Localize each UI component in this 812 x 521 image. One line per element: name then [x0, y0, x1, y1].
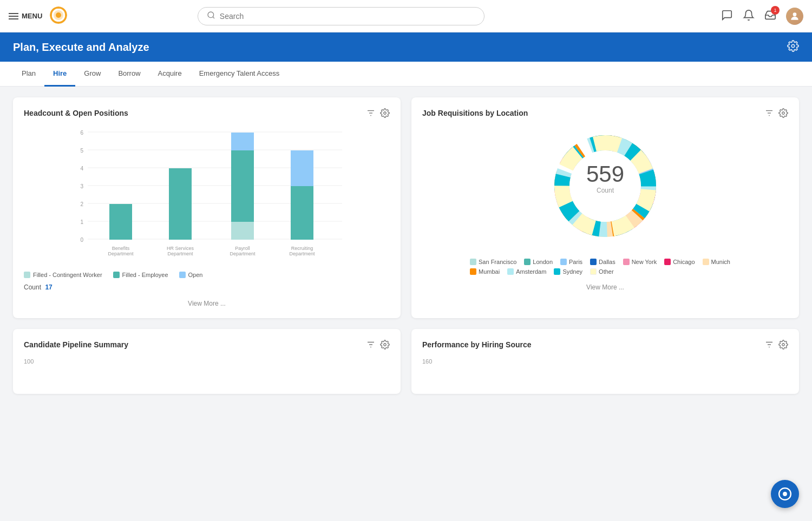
search-icon: [207, 11, 215, 22]
svg-point-4: [793, 12, 797, 16]
filter-icon-3: [366, 340, 376, 349]
tab-emergency[interactable]: Emergency Talent Access: [191, 62, 289, 87]
svg-point-64: [782, 344, 785, 346]
svg-text:0: 0: [80, 237, 83, 243]
donut-title: Job Requisitions by Location: [422, 109, 528, 117]
svg-text:Department: Department: [289, 251, 315, 256]
donut-card-actions[interactable]: [764, 108, 788, 118]
svg-text:Count: Count: [597, 187, 614, 194]
legend-newyork: New York: [623, 259, 657, 265]
svg-rect-35: [291, 186, 313, 240]
messages-icon[interactable]: [721, 9, 733, 23]
legend-chicago: Chicago: [664, 259, 695, 265]
donut-view-more[interactable]: View More ...: [422, 283, 788, 291]
open-color: [179, 272, 186, 278]
candidate-pipeline-card: Candidate Pipeline Summary 100: [13, 329, 401, 394]
legend-other: Other: [590, 268, 614, 275]
legend-contingent: Filled - Contingent Worker: [24, 272, 102, 278]
svg-line-3: [213, 17, 214, 18]
svg-rect-24: [109, 204, 132, 240]
headcount-view-more[interactable]: View More ...: [24, 300, 390, 307]
performance-hiring-header: Performance by Hiring Source: [422, 340, 788, 349]
svg-text:Benefits: Benefits: [112, 246, 130, 251]
employee-color: [113, 272, 120, 278]
svg-text:4: 4: [80, 166, 83, 172]
user-avatar[interactable]: [786, 8, 803, 25]
donut-svg-wrap: 559 Count: [546, 127, 665, 246]
notifications-icon[interactable]: [743, 9, 755, 23]
legend-amsterdam: Amsterdam: [507, 268, 546, 275]
chat-fab[interactable]: [771, 480, 799, 508]
legend-sf: San Francisco: [470, 259, 516, 265]
headcount-card: Headcount & Open Positions: [13, 97, 401, 318]
headcount-card-header: Headcount & Open Positions: [24, 108, 390, 118]
legend-employee: Filled - Employee: [113, 272, 168, 278]
svg-text:6: 6: [80, 130, 83, 136]
svg-point-5: [791, 44, 795, 48]
svg-text:5: 5: [80, 148, 83, 154]
gear-icon-2: [778, 108, 788, 118]
svg-rect-36: [291, 150, 313, 186]
candidate-pipeline-actions[interactable]: [366, 340, 390, 349]
svg-text:1: 1: [80, 219, 83, 225]
svg-point-9: [384, 112, 387, 115]
settings-button[interactable]: [787, 40, 799, 54]
svg-text:HR Services: HR Services: [167, 246, 194, 251]
search-input[interactable]: [220, 12, 475, 21]
candidate-pipeline-header: Candidate Pipeline Summary: [24, 340, 390, 349]
tab-borrow[interactable]: Borrow: [109, 62, 149, 87]
charts-grid: Headcount & Open Positions: [13, 97, 799, 318]
svg-rect-32: [231, 133, 254, 150]
tab-hire[interactable]: Hire: [44, 62, 75, 87]
gear-icon-3: [380, 340, 390, 349]
svg-text:Recruiting: Recruiting: [291, 246, 313, 251]
contingent-color: [24, 272, 30, 278]
svg-rect-27: [169, 168, 192, 240]
gear-icon-4: [778, 340, 788, 349]
filter-icon: [366, 108, 376, 118]
donut-wrap: 559 Count San Francisco London: [422, 127, 788, 291]
performance-hiring-title: Performance by Hiring Source: [422, 340, 532, 349]
bar-chart-wrap: 0 1 2 3 4 5 6 Benefits Department HR Ser…: [24, 127, 390, 264]
svg-point-2: [208, 12, 214, 18]
page-title: Plan, Execute and Analyze: [13, 41, 149, 54]
menu-label: MENU: [22, 12, 42, 20]
tab-plan[interactable]: Plan: [13, 62, 44, 87]
count-row: Count 17: [24, 283, 390, 291]
search-bar[interactable]: [198, 7, 484, 25]
workday-logo[interactable]: [49, 5, 68, 27]
workday-fab-icon: [777, 486, 793, 502]
inbox-icon[interactable]: 1: [764, 9, 776, 23]
donut-card-header: Job Requisitions by Location: [422, 108, 788, 118]
svg-text:Department: Department: [230, 251, 256, 256]
candidate-y-label: 100: [24, 358, 390, 365]
count-value: 17: [45, 283, 52, 291]
tab-grow[interactable]: Grow: [75, 62, 109, 87]
tab-acquire[interactable]: Acquire: [149, 62, 191, 87]
bar-chart-svg: 0 1 2 3 4 5 6 Benefits Department HR Ser…: [24, 127, 390, 256]
donut-legend: San Francisco London Paris Dallas: [470, 259, 741, 275]
svg-text:Department: Department: [108, 251, 134, 256]
legend-mumbai: Mumbai: [470, 268, 500, 275]
bar-chart-legend: Filled - Contingent Worker Filled - Empl…: [24, 272, 390, 278]
filter-icon-2: [764, 108, 774, 118]
performance-hiring-card: Performance by Hiring Source 160: [411, 329, 799, 394]
donut-svg: 559 Count: [546, 127, 665, 246]
donut-card: Job Requisitions by Location: [411, 97, 799, 318]
svg-point-60: [384, 344, 387, 346]
page-header: Plan, Execute and Analyze: [0, 32, 812, 62]
headcount-card-actions[interactable]: [366, 108, 390, 118]
top-navigation: MENU: [0, 0, 812, 32]
svg-point-1: [56, 12, 61, 18]
headcount-title: Headcount & Open Positions: [24, 109, 128, 117]
inbox-badge: 1: [771, 6, 780, 15]
svg-rect-30: [231, 222, 254, 240]
svg-rect-31: [231, 150, 254, 222]
performance-hiring-actions[interactable]: [764, 340, 788, 349]
menu-button[interactable]: MENU: [9, 12, 42, 20]
legend-open: Open: [179, 272, 203, 278]
legend-munich: Munich: [703, 259, 730, 265]
svg-text:2: 2: [80, 201, 83, 207]
performance-y-label: 160: [422, 358, 788, 365]
svg-text:Payroll: Payroll: [235, 246, 250, 251]
